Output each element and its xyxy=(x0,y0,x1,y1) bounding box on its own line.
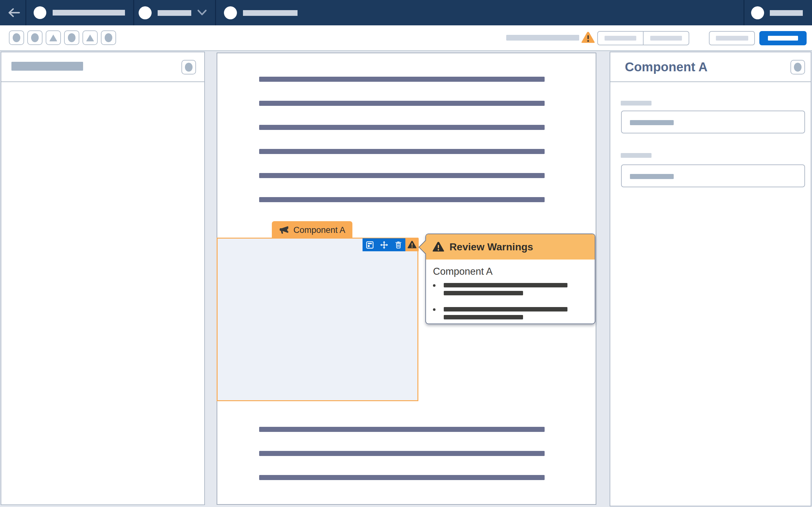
avatar xyxy=(34,6,46,19)
text-skeleton-line xyxy=(259,173,545,178)
builder-toolbar xyxy=(0,25,812,51)
text-skeleton-line xyxy=(444,315,523,320)
delete-button[interactable] xyxy=(391,238,405,251)
triangle-icon xyxy=(49,34,58,42)
component-palette-sidebar xyxy=(1,52,205,505)
text-skeleton-line xyxy=(259,475,545,480)
circle-icon xyxy=(13,33,20,42)
review-warnings-popover: Review Warnings Component A xyxy=(425,233,595,324)
popover-header: Review Warnings xyxy=(426,234,595,260)
warning-text-skeleton xyxy=(444,283,567,299)
user-menu-placeholder xyxy=(770,10,803,16)
button-placeholder xyxy=(768,36,798,41)
component-warning-button[interactable] xyxy=(405,238,419,251)
button-placeholder xyxy=(716,36,748,41)
secondary-button[interactable] xyxy=(709,31,755,45)
back-button[interactable] xyxy=(8,7,20,19)
text-skeleton-line xyxy=(259,101,545,106)
sidebar-header-button[interactable] xyxy=(182,60,196,74)
component-action-toolbar xyxy=(362,238,419,251)
field-input-2[interactable] xyxy=(621,164,805,187)
input-value-placeholder xyxy=(630,120,674,125)
toggle-option-2[interactable] xyxy=(643,32,689,45)
top-navbar xyxy=(0,0,812,25)
sidebar-body xyxy=(1,82,204,504)
component-inspector-panel: Component A xyxy=(610,52,811,506)
field-label-placeholder xyxy=(621,101,652,106)
tool-button-1[interactable] xyxy=(9,31,24,45)
component-tag-label: Component A xyxy=(293,225,345,235)
warning-list-item xyxy=(433,307,588,323)
component-tag: Component A xyxy=(272,221,352,239)
popover-title: Review Warnings xyxy=(450,241,533,253)
warning-triangle-icon xyxy=(581,32,595,44)
nav-menu-placeholder xyxy=(158,10,191,16)
nav-divider xyxy=(26,0,26,25)
tool-button-4[interactable] xyxy=(64,31,79,45)
circle-icon xyxy=(105,33,112,42)
nav-divider xyxy=(215,0,216,25)
avatar xyxy=(751,6,764,19)
tool-button-2[interactable] xyxy=(27,31,43,45)
popover-component-heading: Component A xyxy=(433,266,588,277)
text-skeleton-line xyxy=(444,283,567,287)
text-skeleton-line xyxy=(444,291,523,295)
triangle-icon xyxy=(86,34,95,42)
trash-icon xyxy=(394,241,403,249)
avatar xyxy=(139,6,152,19)
warning-triangle-icon xyxy=(407,240,417,249)
text-skeleton-line xyxy=(259,149,545,154)
circle-icon xyxy=(794,63,802,72)
circle-icon xyxy=(185,63,193,72)
inspector-header-button[interactable] xyxy=(791,60,805,74)
button-placeholder xyxy=(605,36,636,41)
warning-triangle-icon xyxy=(432,241,444,252)
layout-icon xyxy=(366,241,374,249)
nav-divider xyxy=(744,0,745,25)
field-label-placeholder xyxy=(621,153,652,158)
field-input-1[interactable] xyxy=(621,111,805,133)
input-value-placeholder xyxy=(630,174,674,179)
text-skeleton-line xyxy=(259,427,545,432)
text-skeleton-line xyxy=(444,307,567,312)
arrow-left-icon xyxy=(8,7,20,18)
text-skeleton-line xyxy=(259,197,545,202)
button-placeholder xyxy=(650,36,682,41)
inspector-header: Component A xyxy=(610,52,811,82)
component-actions xyxy=(362,238,405,251)
bullet-dot xyxy=(433,284,436,287)
popover-body: Component A xyxy=(426,260,595,323)
text-skeleton-line xyxy=(259,451,545,456)
app-screen: Component A xyxy=(0,0,812,507)
sidebar-title-placeholder xyxy=(11,62,83,71)
circle-icon xyxy=(68,33,75,42)
sidebar-header xyxy=(1,52,204,82)
inspector-title: Component A xyxy=(625,60,708,74)
selected-component-region[interactable] xyxy=(217,238,418,401)
warning-text-skeleton xyxy=(444,307,567,323)
megaphone-icon xyxy=(279,225,289,235)
circle-icon xyxy=(31,33,39,42)
move-button[interactable] xyxy=(377,238,391,251)
primary-button[interactable] xyxy=(759,31,807,45)
tool-button-6[interactable] xyxy=(101,31,116,45)
toggle-option-1[interactable] xyxy=(598,32,643,45)
move-icon xyxy=(380,240,389,249)
nav-menu-placeholder xyxy=(243,10,298,16)
tool-button-5[interactable] xyxy=(83,31,98,45)
avatar xyxy=(224,6,237,19)
chevron-down-icon xyxy=(196,8,208,19)
tool-button-3[interactable] xyxy=(46,31,61,45)
text-skeleton-line xyxy=(259,125,545,130)
layout-button[interactable] xyxy=(362,238,377,251)
text-skeleton-line xyxy=(259,77,545,82)
status-placeholder xyxy=(506,35,579,41)
bullet-dot xyxy=(433,308,436,311)
nav-menu-placeholder xyxy=(53,10,125,15)
nav-divider xyxy=(133,0,134,25)
warning-list-item xyxy=(433,283,588,299)
toolbar-warning-indicator[interactable] xyxy=(581,32,595,45)
view-toggle-group xyxy=(597,31,689,45)
